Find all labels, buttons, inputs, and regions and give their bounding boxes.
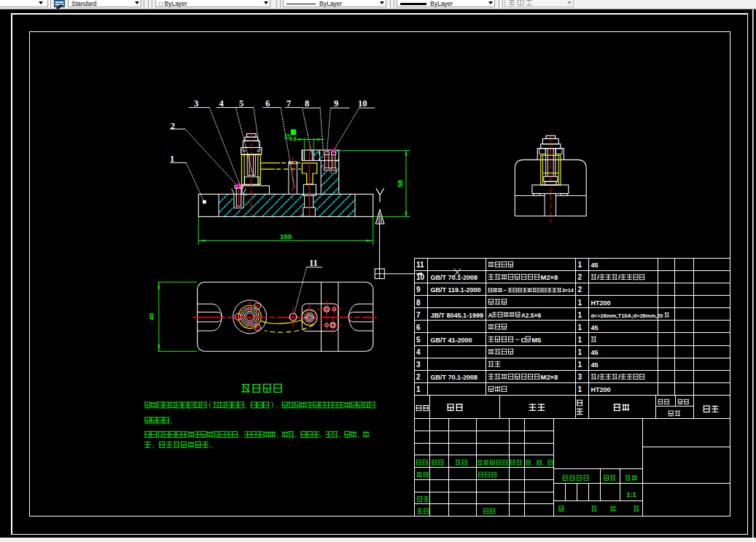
svg-text:3: 3: [578, 373, 582, 381]
svg-text:1: 1: [578, 361, 582, 369]
svg-text:7: 7: [287, 98, 291, 109]
svg-text:6: 6: [416, 323, 421, 331]
svg-text:100: 100: [280, 232, 292, 240]
svg-text:10: 10: [358, 98, 367, 109]
svg-text:A2.5×6: A2.5×6: [521, 312, 542, 319]
svg-text:1: 1: [578, 385, 582, 393]
svg-text:9: 9: [416, 286, 421, 294]
svg-text:2: 2: [578, 286, 582, 294]
svg-text:45: 45: [591, 262, 599, 269]
svg-text:GB/T 70.1-2008: GB/T 70.1-2008: [431, 374, 478, 381]
svg-text:M5: M5: [531, 336, 541, 344]
svg-text:40: 40: [149, 313, 156, 321]
svg-text:45: 45: [591, 349, 599, 356]
svg-text:10: 10: [416, 273, 425, 281]
svg-text:11: 11: [416, 261, 424, 269]
svg-text:1:1: 1:1: [626, 490, 636, 498]
svg-text:3: 3: [416, 361, 421, 369]
svg-text:2: 2: [416, 373, 421, 381]
svg-text:1: 1: [578, 323, 582, 331]
svg-text:58: 58: [397, 180, 404, 187]
svg-text:/: /: [597, 274, 599, 281]
svg-text:/: /: [618, 374, 620, 381]
svg-text:1: 1: [578, 348, 582, 356]
svg-text:8: 8: [416, 299, 421, 307]
svg-text:1: 1: [170, 154, 174, 164]
svg-text:1: 1: [416, 385, 421, 393]
svg-text:M2×8: M2×8: [541, 273, 558, 281]
svg-text:6: 6: [265, 98, 270, 109]
svg-text:GB/T 119.1-2000: GB/T 119.1-2000: [431, 286, 481, 294]
svg-text:6.6: 6.6: [289, 136, 297, 141]
svg-text:11: 11: [309, 258, 318, 268]
svg-text:45: 45: [591, 324, 599, 331]
svg-text:1: 1: [578, 311, 582, 319]
svg-text:A: A: [488, 312, 493, 319]
svg-text:5: 5: [239, 98, 243, 109]
svg-text:GB/T 41-2000: GB/T 41-2000: [431, 337, 472, 344]
svg-text:3×14: 3×14: [562, 288, 574, 293]
svg-text:7: 7: [416, 311, 421, 319]
svg-text:2: 2: [171, 121, 175, 131]
svg-text:45: 45: [591, 361, 599, 369]
svg-text:5: 5: [416, 336, 421, 344]
svg-text:9: 9: [334, 98, 338, 109]
svg-text:8: 8: [305, 98, 309, 109]
svg-text:4: 4: [416, 348, 421, 356]
svg-text:HT200: HT200: [591, 386, 611, 393]
svg-text:M2×8: M2×8: [541, 373, 558, 381]
svg-text:1: 1: [578, 299, 582, 307]
svg-text:4: 4: [219, 98, 225, 109]
svg-text:2: 2: [578, 273, 582, 281]
svg-text:1: 1: [578, 336, 582, 344]
svg-text:GB/T 70.1-2008: GB/T 70.1-2008: [431, 274, 478, 281]
svg-text:/: /: [597, 374, 599, 381]
svg-text:1: 1: [578, 261, 582, 269]
svg-text:JB/T 8045.1-1999: JB/T 8045.1-1999: [431, 312, 484, 319]
svg-text:d<=26mm,T10A;d>26mm,20: d<=26mm,T10A;d>26mm,20: [591, 313, 663, 319]
svg-text:HT200: HT200: [591, 299, 611, 307]
svg-text:/: /: [618, 274, 620, 281]
svg-text:3: 3: [194, 98, 198, 109]
